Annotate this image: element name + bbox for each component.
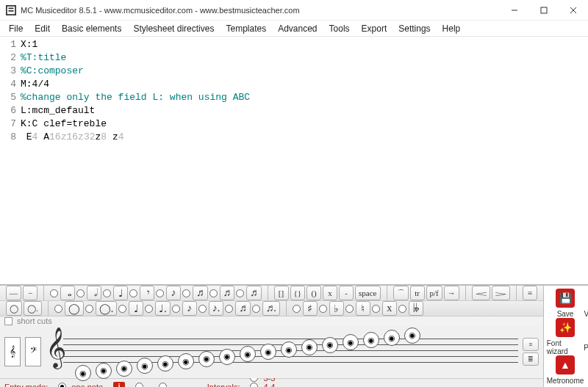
staff-note-4[interactable]: ◉ [157,355,173,372]
r1-dyn-0[interactable]: ⌒ [393,286,409,300]
staff-note-12[interactable]: ◉ [322,337,338,353]
entry-mode-label: Entry mode: [4,383,48,388]
r2-acc-0[interactable]: ♯ [293,301,318,316]
menu-stylesheet-directives[interactable]: Stylesheet directives [127,22,220,35]
r2-note-4[interactable]: ♪ [172,301,197,316]
staff-note-14[interactable]: ◉ [363,332,379,348]
code-content[interactable]: X:1%T:title%C:composerM:4/4%change only … [21,38,588,284]
r2-note-6[interactable]: ♬ [225,301,251,316]
svg-rect-2 [9,7,14,9]
menu-export[interactable]: Export [356,22,393,35]
staff-note-9[interactable]: ◉ [260,344,276,360]
menu-edit[interactable]: Edit [29,22,56,35]
panel-btn-view-pdf[interactable]: 📄View PDF [584,289,588,318]
app-icon [6,5,16,15]
r2-acc-4[interactable]: 𝄫 [398,301,423,316]
r1-note-1[interactable]: 𝅗𝅥 [76,286,101,300]
panel-btn-font-wizard[interactable]: ✨Font wizard [547,318,584,355]
menu-help[interactable]: Help [437,22,467,35]
shortcuts-row: short cuts [0,317,543,325]
menu-file[interactable]: File [3,22,29,35]
r2-note-5[interactable]: ♪. [198,301,224,316]
entry-opt-3[interactable]: - [159,383,175,388]
r1-bracket-5[interactable]: space [355,286,380,300]
bass-clef-button[interactable]: 𝄢 [25,337,41,366]
panel-btn-metronome[interactable]: ▲Metronome [547,355,584,385]
maximize-button[interactable] [529,0,559,20]
r1-note-5[interactable]: ♬ [182,286,208,300]
r1-note-4[interactable]: ♪ [156,286,181,300]
panel-btn-previewer[interactable]: 🖵Previewer [584,318,588,355]
staff-note-11[interactable]: ◉ [301,339,318,355]
r1-bracket-1[interactable]: {} [290,286,306,300]
r1-note-2[interactable]: ♩ [103,286,128,300]
r1-dyn-3[interactable]: → [444,286,459,300]
r1-bracket-3[interactable]: x [323,286,337,300]
entry-opt-2[interactable] [135,383,148,387]
staff-note-15[interactable]: ◉ [384,330,400,346]
r1-note-6[interactable]: ♬ [209,286,235,300]
btn-tie2[interactable]: ◯. [24,301,42,316]
staff-note-6[interactable]: ◉ [198,351,215,367]
r1-bracket-0[interactable]: [] [274,286,289,300]
r1-dyn-1[interactable]: tr [410,286,425,300]
btn-dash-short[interactable]: − [23,286,37,300]
r1-hair-1[interactable]: 𝆓 [492,286,510,300]
r1-bracket-4[interactable]: - [339,286,354,300]
shortcuts-checkbox[interactable] [4,317,12,325]
panel-btn-save[interactable]: 💾Save [547,289,584,318]
bottom-panel: — − 𝅝𝅗𝅥♩𝄾♪♬♬♬ []{}()x-space ⌒trp/f→ 𝆒𝆓 ≡… [0,284,588,387]
titlebar: MC Musiceditor 8.5.1 - www.mcmusiceditor… [0,0,588,21]
panel-right: 💾Save📄View PDF▶Play✨Font wizard🖵Previewe… [544,286,588,387]
btn-tie1[interactable]: ◯ [6,301,22,316]
entry-one-note[interactable]: one note [58,383,103,388]
staff-note-2[interactable]: ◉ [116,361,132,377]
r1-misc-0[interactable]: ≡ [523,286,537,300]
svg-rect-3 [9,10,14,12]
staff-note-1[interactable]: ◉ [96,363,112,379]
staff-note-0[interactable]: ◉ [75,365,91,381]
r2-acc-1[interactable]: ♭ [319,301,344,316]
r2-note-1[interactable]: ◯. [85,301,118,316]
r2-note-7[interactable]: ♬. [252,301,280,316]
staff-note-10[interactable]: ◉ [281,341,297,358]
staff-note-8[interactable]: ◉ [240,346,256,362]
menu-templates[interactable]: Templates [220,22,272,35]
staff-note-5[interactable]: ◉ [178,353,194,369]
staff-lines-btn-1[interactable]: ≡ [523,338,539,351]
r1-note-0[interactable]: 𝅝 [50,286,75,300]
r2-acc-3[interactable]: x [372,301,397,316]
close-button[interactable] [559,0,588,20]
r2-note-2[interactable]: ♩ [118,301,143,316]
r1-note-7[interactable]: ♬ [236,286,262,300]
menu-basic-elements[interactable]: Basic elements [56,22,127,35]
treble-clef-button[interactable]: 𝄞 [4,337,21,366]
r1-note-3[interactable]: 𝄾 [129,286,154,300]
menu-advanced[interactable]: Advanced [272,22,323,35]
info-icon[interactable]: i [113,382,125,388]
r1-bracket-2[interactable]: () [306,286,321,300]
r2-acc-2[interactable]: ♮ [345,301,370,316]
r1-dyn-2[interactable]: p/f [426,286,442,300]
r2-note-0[interactable]: ◯ [54,301,84,316]
menubar: File Edit Basic elements Stylesheet dire… [0,21,588,37]
btn-dash-long[interactable]: — [6,286,21,300]
shortcuts-label: short cuts [17,317,52,325]
staff-lines-btn-2[interactable]: ≣ [523,352,539,366]
staff-note-13[interactable]: ◉ [343,334,359,350]
menu-tools[interactable]: Tools [323,22,356,35]
svg-rect-5 [541,7,547,13]
r2-note-3[interactable]: ♩. [145,301,171,316]
panel-left: — − 𝅝𝅗𝅥♩𝄾♪♬♬♬ []{}()x-space ⌒trp/f→ 𝆒𝆓 ≡… [0,286,544,387]
menu-settings[interactable]: Settings [392,22,436,35]
minimize-button[interactable] [500,0,529,20]
code-editor[interactable]: 12345678 X:1%T:title%C:composerM:4/4%cha… [0,37,588,284]
staff-note-16[interactable]: ◉ [404,328,420,344]
staff[interactable]: 𝄞 ◉◉◉◉◉◉◉◉◉◉◉◉◉◉◉◉◉ [46,325,518,378]
staff-note-3[interactable]: ◉ [137,358,153,374]
staff-area: 𝄞 𝄢 𝄞 ◉◉◉◉◉◉◉◉◉◉◉◉◉◉◉◉◉ ≡ ≣ [0,325,543,378]
interval-4-4[interactable]: 4-4 [250,383,275,388]
intervals-label: Intervals: [207,383,240,388]
staff-note-7[interactable]: ◉ [219,349,235,365]
r1-hair-0[interactable]: 𝆒 [472,286,490,300]
